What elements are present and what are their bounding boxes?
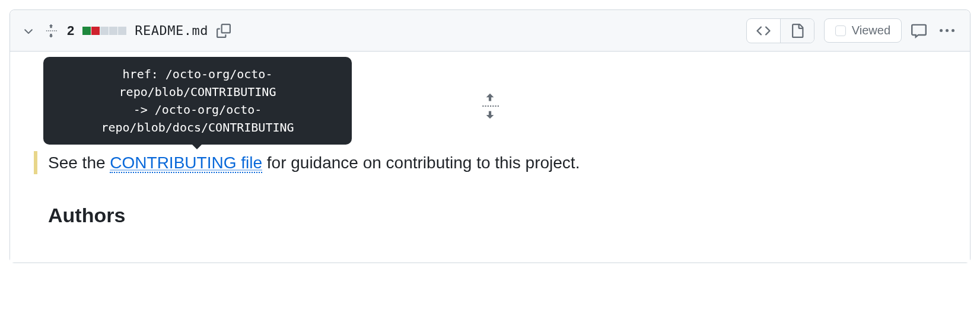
file-header-left: 2 README.md [22, 23, 231, 39]
file-header-right: Viewed [746, 18, 958, 43]
display-mode-toggle [746, 18, 814, 43]
collapse-toggle[interactable] [22, 24, 35, 37]
diffstat-removed-block [91, 27, 100, 35]
file-body: href: /octo-org/octo-repo/blob/CONTRIBUT… [10, 52, 970, 263]
line-text-post: for guidance on contributing to this pro… [262, 153, 580, 172]
copy-path-icon[interactable] [217, 24, 231, 38]
section-heading-authors: Authors [34, 204, 946, 227]
viewed-checkbox[interactable] [835, 25, 846, 36]
source-view-button[interactable] [747, 19, 781, 43]
contributing-link[interactable]: CONTRIBUTING file [110, 153, 262, 173]
diffstat-neutral-block [118, 27, 126, 35]
expand-diff-icon[interactable] [43, 23, 59, 39]
file-diff-container: 2 README.md [9, 9, 971, 263]
diffstat-neutral-block [100, 27, 109, 35]
changed-line: href: /octo-org/octo-repo/blob/CONTRIBUT… [34, 151, 946, 174]
file-header: 2 README.md [10, 10, 970, 52]
diffstat-added-block [82, 27, 91, 35]
change-count: 2 [67, 23, 74, 39]
diff-tooltip: href: /octo-org/octo-repo/blob/CONTRIBUT… [43, 57, 352, 145]
diffstat [82, 27, 126, 35]
more-options-icon[interactable] [936, 29, 958, 32]
filename[interactable]: README.md [135, 23, 208, 38]
rendered-view-button[interactable] [781, 19, 814, 43]
comment-icon[interactable] [911, 23, 927, 39]
diffstat-neutral-block [109, 27, 117, 35]
viewed-label: Viewed [852, 24, 890, 37]
viewed-toggle[interactable]: Viewed [824, 18, 902, 43]
line-text-pre: See the [48, 153, 110, 172]
